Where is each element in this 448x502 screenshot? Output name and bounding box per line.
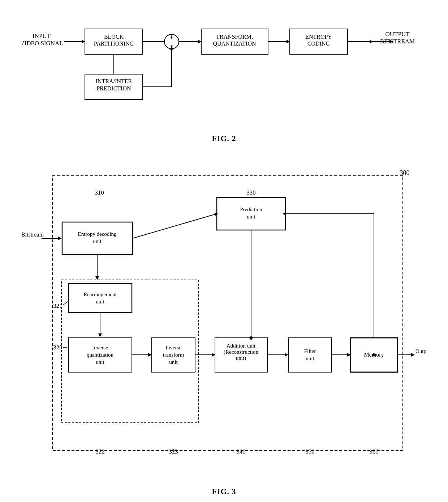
fig2-svg: INPUT VIDEO SIGNAL BLOCK PARTITIONING + … (22, 14, 426, 130)
entropy-decoding-text1: Entropy decoding (78, 231, 117, 237)
junction-pred-add (250, 336, 253, 339)
filter-text1: Filter (304, 348, 316, 354)
intra-inter-text1: INTRA/INTER (96, 78, 132, 84)
bitstream-label: Bitstream (22, 231, 44, 238)
prediction-text1: Prediction (240, 207, 262, 212)
transform-text2: QUANTIZATION (213, 41, 256, 47)
junction-mem-out (372, 353, 375, 356)
filter-box (288, 338, 332, 372)
output-label1: OUTPUT (385, 31, 410, 38)
n300-label: 300 (400, 169, 410, 176)
n310-label: 310 (95, 189, 104, 196)
fig3-svg: 300 Bitstream 310 Entropy decoding unit … (22, 158, 426, 483)
n320-label: 320 (53, 344, 63, 351)
entropy-coding-text2: CODING (307, 41, 330, 47)
arrowhead-output-pic (411, 353, 415, 357)
output-pic-label: Output picture (415, 348, 426, 354)
fig2-diagram: INPUT VIDEO SIGNAL BLOCK PARTITIONING + … (22, 14, 426, 130)
inv-transform-text3: unit (169, 359, 178, 365)
n330-label: 330 (246, 189, 256, 196)
fig2-label: FIG. 2 (22, 134, 426, 143)
arrowhead-output (370, 40, 373, 43)
inv-quant-text3: unit (96, 359, 104, 365)
entropy-decoding-text2: unit (93, 238, 102, 244)
input-label2: VIDEO SIGNAL (22, 40, 63, 47)
adder-plus: + (169, 33, 173, 41)
block-partitioning-text2: PARTITIONING (94, 41, 134, 47)
inv-transform-text1: Inverse (165, 345, 181, 350)
fig3-diagram: 300 Bitstream 310 Entropy decoding unit … (22, 158, 426, 483)
output-label2: BITSTREAM (380, 38, 415, 45)
addition-text2: (Reconstruction (224, 349, 258, 355)
addition-text3: unit) (236, 355, 246, 361)
rearrangement-text1: Rearrangement (83, 292, 117, 297)
rearrangement-text2: unit (96, 299, 104, 305)
input-label: INPUT (33, 33, 51, 39)
prediction-text2: unit (247, 214, 255, 220)
addition-text1: Addition unit (227, 343, 256, 349)
rearrangement-box (69, 284, 132, 312)
inv-quant-text2: quantization (87, 352, 114, 358)
filter-text2: unit (306, 356, 314, 361)
block-partitioning-text1: BLOCK (104, 34, 124, 40)
inv-quant-text1: Inverse (92, 345, 108, 350)
transform-text1: TRANSFORM, (216, 34, 253, 40)
inv-transform-text2: transform (163, 352, 184, 358)
fig3-label: FIG. 3 (22, 487, 426, 496)
entropy-coding-text1: ENTROPY (305, 34, 332, 40)
intra-inter-text2: PREDICTION (96, 85, 131, 92)
n321-label: 321 (53, 302, 63, 309)
